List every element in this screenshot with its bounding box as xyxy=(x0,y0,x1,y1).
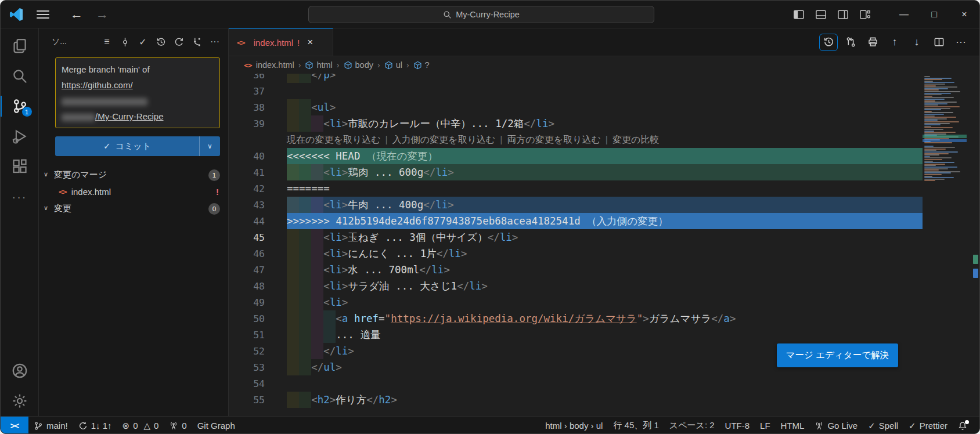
indent-guide xyxy=(299,392,311,408)
breadcrumb-separator: › xyxy=(406,60,409,70)
code-line-39: 39<li>市販のカレールー（中辛）... 1/2箱</li> xyxy=(229,115,923,132)
indent-guide xyxy=(287,262,299,278)
toggle-secondary-sidebar-icon[interactable] xyxy=(834,6,852,23)
commit-dropdown-chevron[interactable]: ∨ xyxy=(199,136,220,156)
minimap-line xyxy=(924,121,959,122)
tree-section-merge-changes[interactable]: ∨ 変更のマージ 1 xyxy=(39,167,228,183)
indent-guide xyxy=(287,245,299,262)
tree-section-label: 変更のマージ xyxy=(54,169,107,180)
status-spell[interactable]: ✓Spell xyxy=(863,417,903,434)
refresh-icon[interactable] xyxy=(174,37,184,47)
activity-more-icon[interactable]: ··· xyxy=(1,182,39,212)
indent-guide xyxy=(287,294,299,310)
status-cursor-position[interactable]: 行 45、列 1 xyxy=(608,417,664,434)
tree-file-index-html[interactable]: <> index.html ! xyxy=(39,183,228,200)
indent-guide xyxy=(287,197,299,213)
view-as-list-icon[interactable]: ≡ xyxy=(102,37,112,47)
indent-guide xyxy=(311,327,323,343)
status-live-server-port[interactable]: 0 xyxy=(164,417,192,434)
status-encoding[interactable]: UTF-8 xyxy=(720,417,755,434)
indent-guide xyxy=(299,197,311,213)
codelens-action[interactable]: 現在の変更を取り込む xyxy=(287,134,381,146)
status-indentation[interactable]: スペース: 2 xyxy=(664,417,720,434)
activity-extensions-icon[interactable] xyxy=(1,151,39,182)
print-icon[interactable] xyxy=(863,34,882,51)
indent-guide xyxy=(287,229,299,245)
codelens-action[interactable]: 変更の比較 xyxy=(613,134,659,146)
status-element-path[interactable]: html › body › ul xyxy=(540,417,608,434)
activity-account-icon[interactable] xyxy=(1,356,39,386)
status-notifications[interactable] xyxy=(953,417,972,434)
status-remote-indicator[interactable]: >< xyxy=(1,417,28,434)
compare-icon[interactable] xyxy=(841,34,860,51)
tree-section-changes[interactable]: ∨ 変更 0 xyxy=(39,200,228,217)
commit-check-icon[interactable]: ✓ xyxy=(138,37,148,47)
status-go-live[interactable]: Go Live xyxy=(809,417,863,434)
breadcrumb-item-ul[interactable]: ul xyxy=(384,60,402,70)
minimap-line xyxy=(924,124,941,125)
activity-search-icon[interactable] xyxy=(1,61,39,91)
breadcrumb-item-body[interactable]: body xyxy=(344,60,373,70)
toggle-panel-icon[interactable] xyxy=(812,6,830,23)
split-icon[interactable] xyxy=(929,34,948,51)
indent-guide xyxy=(311,294,323,310)
more-actions-icon[interactable]: ··· xyxy=(210,37,220,47)
minimize-button[interactable]: — xyxy=(889,1,919,28)
code-editor[interactable]: 36</p>3738<ul>39<li>市販のカレールー（中辛）... 1/2箱… xyxy=(229,74,979,416)
nav-back-button[interactable]: ← xyxy=(70,7,83,22)
toggle-sidebar-icon[interactable] xyxy=(790,6,808,23)
status-git-branch[interactable]: main! xyxy=(28,417,73,434)
codelens-action[interactable]: 入力側の変更を取り込む xyxy=(392,134,496,146)
line-number: 49 xyxy=(229,297,265,308)
activity-settings-icon[interactable] xyxy=(1,386,39,416)
status-language-mode[interactable]: HTML xyxy=(776,417,810,434)
commit-graph-icon[interactable] xyxy=(120,37,130,47)
code-line-45: 45<li>玉ねぎ ... 3個（中サイズ）</li> xyxy=(229,229,923,245)
codelens-separator: | xyxy=(500,135,502,145)
line-number: 37 xyxy=(229,86,265,97)
status-git-graph[interactable]: Git Graph xyxy=(192,417,240,434)
commit-message-input[interactable]: Merge branch 'main' ofhttps://github.com… xyxy=(55,57,220,128)
history-icon[interactable] xyxy=(156,37,166,47)
minimap-line xyxy=(924,151,958,153)
activity-explorer-icon[interactable] xyxy=(1,31,39,61)
close-button[interactable]: × xyxy=(949,1,979,28)
commit-button[interactable]: ✓ コミット ∨ xyxy=(55,136,220,156)
more-icon[interactable]: ··· xyxy=(952,34,970,51)
arrow-up-icon[interactable]: ↑ xyxy=(885,34,904,51)
status-eol[interactable]: LF xyxy=(755,417,776,434)
breadcrumb-separator: › xyxy=(298,60,301,70)
breadcrumb-item-[interactable]: ? xyxy=(413,60,430,70)
command-center-search[interactable]: My-Curry-Recipe xyxy=(308,6,654,23)
breadcrumb-item-html[interactable]: html xyxy=(305,60,332,70)
tab-index-html[interactable]: <> index.html ! × xyxy=(229,28,333,56)
breadcrumb-item-indexhtml[interactable]: <>index.html xyxy=(244,60,294,70)
status-git-sync[interactable]: 1↓ 1↑ xyxy=(73,417,117,434)
customize-layout-icon[interactable] xyxy=(856,6,874,23)
status-problems[interactable]: ⊗0△0 xyxy=(117,417,164,434)
arrow-down-icon[interactable]: ↓ xyxy=(907,34,926,51)
tab-close-icon[interactable]: × xyxy=(307,37,313,48)
codelens-action[interactable]: 両方の変更を取り込む xyxy=(507,134,601,146)
minimap[interactable] xyxy=(923,74,967,416)
line-number: 43 xyxy=(229,200,265,211)
line-number: 54 xyxy=(229,378,265,389)
maximize-button[interactable]: □ xyxy=(919,1,949,28)
minimap-line xyxy=(924,114,944,115)
nav-forward-button[interactable]: → xyxy=(96,7,109,22)
indent-guide xyxy=(299,115,311,132)
menu-icon[interactable] xyxy=(34,8,52,21)
symbol-cube-icon xyxy=(344,61,352,70)
status-prettier[interactable]: ✓Prettier xyxy=(903,417,953,434)
source-control-sidebar: ソ... ≡ ✓ ··· Merge branch 'main' ofhttps… xyxy=(39,28,229,416)
activity-source-control-icon[interactable]: 1 xyxy=(1,91,39,121)
indent-guide xyxy=(311,245,323,262)
activity-run-debug-icon[interactable] xyxy=(1,121,39,151)
timeline-icon[interactable] xyxy=(819,34,838,51)
conflict-decoration: ! xyxy=(216,187,219,197)
vscode-window: ← → My-Curry-Recipe — □ × 1··· xyxy=(0,0,980,434)
indent-guide xyxy=(311,278,323,294)
resolve-in-merge-editor-button[interactable]: マージ エディターで解決 xyxy=(777,343,898,367)
git-graph-icon[interactable] xyxy=(192,37,202,47)
overview-ruler[interactable] xyxy=(967,74,979,416)
